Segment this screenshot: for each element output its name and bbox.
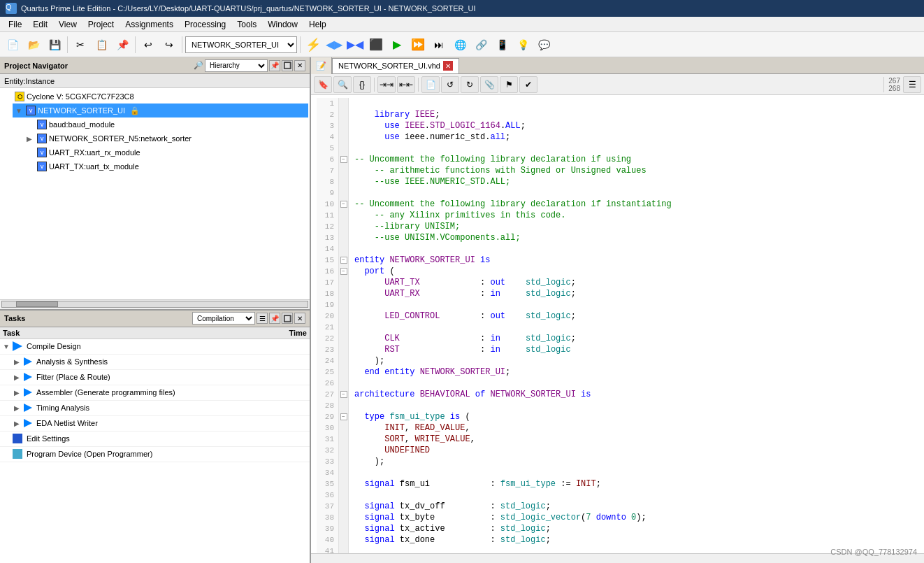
fold-btn-27[interactable]: − bbox=[340, 391, 347, 398]
code-content-32[interactable]: UNDEFINED bbox=[349, 445, 918, 456]
fold-btn-29[interactable]: − bbox=[340, 413, 347, 420]
code-content-23[interactable]: RST : in std_logic bbox=[349, 344, 918, 355]
code-content-30[interactable]: INIT, READ_VALUE, bbox=[349, 422, 918, 434]
fold-btn-15[interactable]: − bbox=[340, 257, 347, 264]
redo-button[interactable]: ↪ bbox=[159, 35, 179, 55]
menu-item-view[interactable]: View bbox=[53, 18, 82, 31]
code-content-40[interactable]: signal tx_done : std_logic; bbox=[349, 534, 918, 546]
tasks-close-button[interactable]: ✕ bbox=[294, 313, 305, 324]
paste-button[interactable]: 📌 bbox=[113, 35, 132, 55]
et-next[interactable]: ↺ bbox=[441, 76, 459, 93]
menu-item-edit[interactable]: Edit bbox=[27, 18, 53, 31]
code-content-9[interactable] bbox=[349, 187, 918, 199]
code-content-2[interactable]: library IEEE; bbox=[349, 109, 918, 120]
task-item-analysis[interactable]: ▶ Analysis & Synthesis bbox=[0, 355, 310, 370]
stop-button[interactable]: ⬛ bbox=[366, 35, 386, 55]
et-prev[interactable]: ↻ bbox=[461, 76, 479, 93]
task-item-fitter[interactable]: ▶ Fitter (Place & Route) bbox=[0, 370, 310, 385]
tab-close-button[interactable]: ✕ bbox=[443, 61, 453, 71]
menu-item-project[interactable]: Project bbox=[82, 18, 120, 31]
tasks-restore-button[interactable]: 🔲 bbox=[282, 313, 293, 324]
fold-btn-10[interactable]: − bbox=[340, 201, 347, 208]
code-content-34[interactable] bbox=[349, 467, 918, 478]
new-file-button[interactable]: 📄 bbox=[3, 35, 22, 55]
fold-area-10[interactable]: − bbox=[339, 199, 349, 210]
et-search-button[interactable]: 🔍 bbox=[333, 76, 352, 93]
device-button[interactable]: 📱 bbox=[492, 35, 512, 55]
tasks-menu-button[interactable]: ☰ bbox=[257, 313, 268, 324]
undo-button[interactable]: ↩ bbox=[138, 35, 158, 55]
code-content-21[interactable] bbox=[349, 322, 918, 333]
task-item-compile-design[interactable]: ▼ Compile Design bbox=[0, 339, 310, 355]
task-expand-fitter[interactable]: ▶ bbox=[14, 373, 22, 381]
task-expand-analysis[interactable]: ▶ bbox=[14, 358, 22, 366]
code-content-4[interactable]: use ieee.numeric_std.all; bbox=[349, 131, 918, 143]
tasks-dropdown[interactable]: Compilation bbox=[192, 312, 255, 325]
code-content-12[interactable]: --library UNISIM; bbox=[349, 221, 918, 232]
nav-tree[interactable]: ⬡ Cyclone V: 5CGXFC7C7F23C8 ▼ V NETWORK_… bbox=[0, 88, 310, 299]
task-item-eda[interactable]: ▶ EDA Netlist Writer bbox=[0, 416, 310, 432]
copy-button[interactable]: 📋 bbox=[92, 35, 111, 55]
nav-hscroll-thumb[interactable] bbox=[16, 301, 58, 307]
fold-area-6[interactable]: − bbox=[339, 154, 349, 165]
task-item-timing[interactable]: ▶ Timing Analysis bbox=[0, 401, 310, 416]
menu-item-help[interactable]: Help bbox=[303, 18, 332, 31]
tree-item-baud[interactable]: V baud:baud_module bbox=[24, 117, 308, 131]
tree-item-cyclone[interactable]: ⬡ Cyclone V: 5CGXFC7C7F23C8 bbox=[1, 90, 308, 104]
nav-close-button[interactable]: ✕ bbox=[294, 60, 305, 71]
et-flag[interactable]: ⚑ bbox=[500, 76, 518, 93]
code-content-17[interactable]: UART_TX : out std_logic; bbox=[349, 277, 918, 288]
menu-item-window[interactable]: Window bbox=[262, 18, 303, 31]
fold-area-15[interactable]: − bbox=[339, 255, 349, 266]
code-lines-container[interactable]: 1 2 library IEEE;3 use IEEE.STD_LOGIC_11… bbox=[317, 98, 918, 553]
nav-pin-button[interactable]: 📌 bbox=[269, 60, 280, 71]
code-content-38[interactable]: signal tx_byte : std_logic_vector(7 down… bbox=[349, 512, 918, 523]
code-content-5[interactable] bbox=[349, 143, 918, 154]
task-tree[interactable]: ▼ Compile Design ▶ Analysis & Synthesis … bbox=[0, 339, 310, 564]
task-expand-timing[interactable]: ▶ bbox=[14, 404, 22, 412]
tree-item-network-sorter-ui[interactable]: ▼ V NETWORK_SORTER_UI 🔒 bbox=[13, 104, 308, 117]
code-content-15[interactable]: entity NETWORK_SORTER_UI is bbox=[349, 255, 918, 266]
menu-item-processing[interactable]: Processing bbox=[179, 18, 231, 31]
code-content-11[interactable]: -- any Xilinx primitives in this code. bbox=[349, 210, 918, 221]
menu-item-file[interactable]: File bbox=[3, 18, 27, 31]
et-bookmark-button[interactable]: 🔖 bbox=[314, 76, 332, 93]
nav-scrollbar[interactable] bbox=[0, 299, 310, 309]
run-button[interactable]: ▶ bbox=[387, 35, 407, 55]
code-container[interactable]: 1 2 library IEEE;3 use IEEE.STD_LOGIC_11… bbox=[311, 95, 924, 553]
nav-restore-button[interactable]: 🔲 bbox=[282, 60, 293, 71]
code-content-10[interactable]: -- Uncomment the following library decla… bbox=[349, 199, 918, 210]
tasks-pin-button[interactable]: 📌 bbox=[269, 313, 280, 324]
et-brace-button[interactable]: {} bbox=[353, 76, 371, 93]
code-content-19[interactable] bbox=[349, 299, 918, 311]
code-content-16[interactable]: port ( bbox=[349, 266, 918, 277]
cut-button[interactable]: ✂ bbox=[71, 35, 90, 55]
fold-area-16[interactable]: − bbox=[339, 266, 349, 277]
task-expand-eda[interactable]: ▶ bbox=[14, 420, 22, 427]
et-indent-more[interactable]: ⇥⇥ bbox=[377, 76, 396, 93]
globe-button[interactable]: 🌐 bbox=[450, 35, 470, 55]
code-content-26[interactable] bbox=[349, 378, 918, 389]
code-content-35[interactable]: signal fsm_ui : fsm_ui_type := INIT; bbox=[349, 478, 918, 490]
step2-button[interactable]: ⏭ bbox=[429, 35, 449, 55]
menu-item-tools[interactable]: Tools bbox=[231, 18, 262, 31]
code-content-7[interactable]: -- arithmetic functions with Signed or U… bbox=[349, 165, 918, 176]
code-content-33[interactable]: ); bbox=[349, 456, 918, 467]
fold-area-27[interactable]: − bbox=[339, 389, 349, 400]
step-button[interactable]: ⏩ bbox=[408, 35, 428, 55]
menu-item-assignments[interactable]: Assignments bbox=[120, 18, 179, 31]
et-new-file[interactable]: 📄 bbox=[421, 76, 440, 93]
et-indent-less[interactable]: ⇤⇤ bbox=[397, 76, 415, 93]
et-check[interactable]: ✔ bbox=[519, 76, 537, 93]
save-button[interactable]: 💾 bbox=[45, 35, 64, 55]
task-item-assembler[interactable]: ▶ Assembler (Generate programming files) bbox=[0, 385, 310, 401]
et-clip[interactable]: 📎 bbox=[480, 76, 498, 93]
code-content-24[interactable]: ); bbox=[349, 355, 918, 366]
tree-item-uart-tx[interactable]: V UART_TX:uart_tx_module bbox=[24, 159, 308, 173]
editor-tab-main[interactable]: NETWORK_SORTER_UI.vhd ✕ bbox=[332, 58, 459, 73]
compile-button[interactable]: ◀▶ bbox=[324, 35, 344, 55]
code-content-37[interactable]: signal tx_dv_off : std_logic; bbox=[349, 501, 918, 512]
code-content-25[interactable]: end entity NETWORK_SORTER_UI; bbox=[349, 366, 918, 378]
compile2-button[interactable]: ▶◀ bbox=[345, 35, 365, 55]
open-file-button[interactable]: 📂 bbox=[24, 35, 43, 55]
